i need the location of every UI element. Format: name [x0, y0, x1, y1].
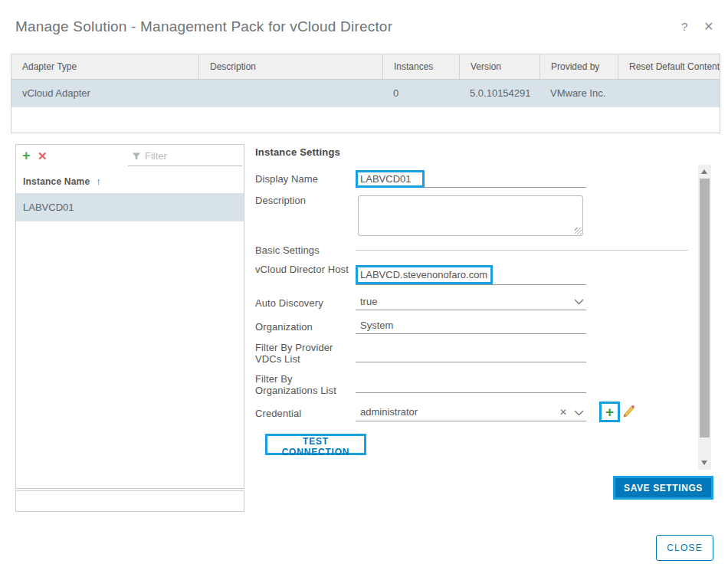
cell-provided-by: VMware Inc.: [539, 80, 618, 107]
organization-label: Organization: [255, 321, 355, 333]
adapter-table-header: Adapter Type Description Instances Versi…: [11, 54, 720, 80]
filter-provider-vdcs-input[interactable]: [356, 348, 586, 359]
sort-ascending-icon[interactable]: ↑: [96, 175, 101, 187]
textarea-resize-grip[interactable]: [575, 228, 582, 234]
vcloud-host-field-highlight: [356, 265, 493, 284]
col-adapter-type[interactable]: Adapter Type: [11, 54, 198, 79]
credential-label: Credential: [255, 408, 355, 419]
dialog-title: Manage Solution - Management Pack for vC…: [15, 18, 392, 35]
description-label: Description: [255, 195, 355, 206]
instance-list-item[interactable]: LABVCD01: [16, 194, 244, 221]
test-connection-button[interactable]: TEST CONNECTION: [265, 434, 366, 455]
organization-input[interactable]: [356, 320, 586, 331]
help-icon[interactable]: ?: [681, 20, 687, 33]
cell-version: 5.0.10154291: [459, 80, 539, 107]
filter-organizations-input[interactable]: [356, 379, 586, 390]
col-description[interactable]: Description: [198, 54, 382, 79]
close-button[interactable]: CLOSE: [656, 535, 713, 561]
add-credential-icon[interactable]: +: [605, 405, 614, 419]
cell-description: [198, 80, 382, 107]
filter-provider-vdcs-label: Filter By Provider VDCs List: [255, 342, 355, 365]
col-version[interactable]: Version: [459, 54, 539, 79]
basic-settings-divider: [356, 250, 688, 251]
edit-credential-pencil-icon[interactable]: [621, 404, 635, 419]
organization-underline: [356, 318, 586, 334]
filter-input[interactable]: [145, 150, 242, 162]
display-name-field-highlight: [356, 170, 425, 188]
cell-adapter-type: vCloud Adapter: [11, 80, 198, 107]
instance-settings-heading: Instance Settings: [255, 146, 340, 158]
add-credential-highlight: +: [599, 402, 620, 422]
funnel-icon: [132, 152, 141, 161]
col-provided-by[interactable]: Provided by: [539, 54, 618, 79]
filter-provider-vdcs-underline: [356, 346, 586, 362]
manage-solution-dialog: Manage Solution - Management Pack for vC…: [0, 0, 728, 577]
display-name-input[interactable]: [358, 173, 422, 185]
instance-list-footer: [15, 490, 244, 512]
filter-box: [128, 146, 242, 166]
credential-value: administrator: [356, 406, 418, 418]
auto-discovery-select[interactable]: true: [356, 294, 586, 310]
delete-instance-icon[interactable]: ✕: [38, 149, 48, 163]
col-reset-default-content[interactable]: Reset Default Content: [618, 54, 720, 79]
instance-list-panel: + ✕ Instance Name↑ LABVCD01: [15, 144, 244, 489]
col-instances[interactable]: Instances: [382, 54, 459, 79]
cell-reset-default-content: [618, 80, 720, 107]
scroll-up-arrow-icon[interactable]: [701, 169, 707, 174]
save-settings-button[interactable]: SAVE SETTINGS: [613, 476, 713, 500]
filter-organizations-underline: [356, 377, 586, 393]
instance-list-toolbar: + ✕: [16, 145, 244, 169]
auto-discovery-label: Auto Discovery: [255, 297, 355, 309]
adapter-table: Adapter Type Description Instances Versi…: [11, 54, 720, 133]
credential-select[interactable]: administrator ✕: [356, 405, 586, 421]
scrollbar-thumb[interactable]: [700, 179, 710, 438]
cell-instances: 0: [382, 80, 459, 107]
chevron-down-icon[interactable]: [574, 299, 584, 305]
instance-name-column-header[interactable]: Instance Name↑: [16, 169, 244, 194]
vcloud-host-label: vCloud Director Host: [255, 264, 355, 275]
scroll-down-arrow-icon[interactable]: [701, 461, 707, 465]
display-name-label: Display Name: [255, 173, 355, 185]
clear-icon[interactable]: ✕: [559, 407, 567, 418]
auto-discovery-value: true: [356, 296, 377, 307]
table-row[interactable]: vCloud Adapter 0 5.0.10154291 VMware Inc…: [11, 80, 720, 107]
description-textarea[interactable]: [358, 195, 583, 236]
add-instance-icon[interactable]: +: [22, 148, 31, 163]
chevron-down-icon[interactable]: [574, 410, 584, 416]
close-icon[interactable]: ✕: [703, 19, 713, 34]
settings-scrollbar[interactable]: [698, 165, 711, 470]
filter-organizations-label: Filter By Organizations List: [255, 373, 355, 396]
vcloud-host-input[interactable]: [358, 269, 490, 280]
